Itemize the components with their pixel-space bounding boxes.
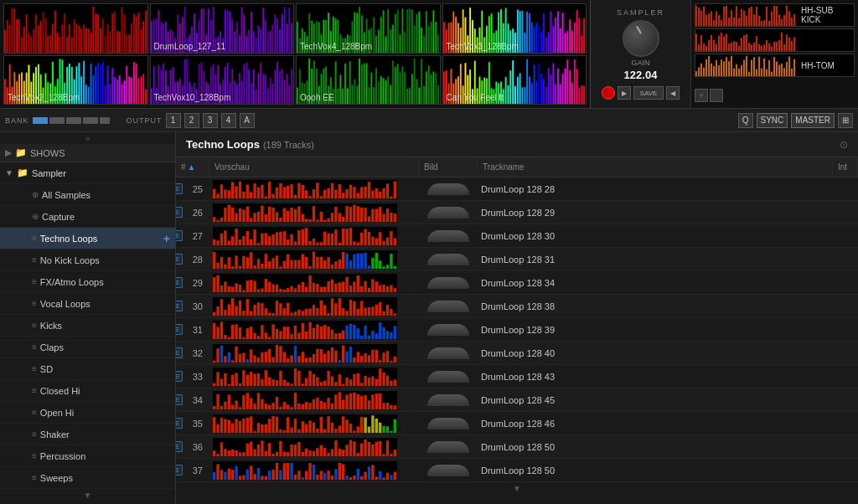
table-row[interactable]: →CUE31DrumLoop 128 39 — [176, 318, 858, 342]
sidebar-item-sweeps[interactable]: ≡ Sweeps — [0, 467, 175, 489]
sidebar-item-shaker[interactable]: ≡ Shaker — [0, 424, 175, 445]
output-btn-2[interactable]: 2 — [184, 113, 199, 128]
track-label-5: TechVox2_128Bpm — [8, 93, 80, 102]
table-row[interactable]: →CUE30DrumLoop 128 38 — [176, 295, 858, 318]
waveform-cell-4[interactable]: TechVox3_128Bpm — [442, 3, 587, 54]
sync-button[interactable]: SYNC — [757, 113, 788, 128]
table-row[interactable]: →CUE25DrumLoop 128 28 — [176, 177, 858, 201]
sidebar-item-techno-loops[interactable]: ≡ Techno Loops + — [0, 228, 175, 249]
th-trackname[interactable]: Trackname — [478, 157, 833, 177]
bank-dot-4[interactable] — [83, 117, 98, 124]
th-num[interactable]: # ▲ — [176, 157, 209, 177]
sort-icon[interactable]: ⊙ — [840, 139, 848, 151]
content-scroll-down[interactable]: ▼ — [176, 482, 858, 494]
right-track-3[interactable]: HH-TOM — [695, 54, 855, 77]
track-number: 37 — [186, 465, 203, 476]
table-row[interactable]: →CUE26DrumLoop 128 29 — [176, 201, 858, 224]
sidebar-header-shows[interactable]: ▶ 📁 SHOWS — [0, 144, 175, 162]
sidebar-item-percussion[interactable]: ≡ Percussion — [0, 445, 175, 467]
cue-button[interactable]: CUE — [176, 207, 183, 218]
cue-button[interactable]: CUE — [176, 277, 183, 288]
track-number: 35 — [186, 419, 203, 429]
no-kick-loops-icon: ≡ — [32, 255, 37, 265]
th-bild[interactable]: Bild — [419, 157, 478, 177]
waveform-cell-3[interactable]: TechVox4_128Bpm — [296, 3, 441, 54]
table-row[interactable]: →CUE27DrumLoop 128 30 — [176, 224, 858, 248]
td-int — [833, 318, 858, 341]
sidebar-sampler-root[interactable]: ▼ 📁 Sampler — [0, 162, 175, 184]
sidebar-scroll-up[interactable]: » — [0, 132, 175, 144]
output-btn-a[interactable]: A — [240, 113, 255, 128]
table-row[interactable]: →CUE32DrumLoop 128 40 — [176, 342, 858, 365]
sidebar-item-kicks[interactable]: ≡ Kicks — [0, 315, 175, 337]
cue-button[interactable]: CUE — [176, 301, 183, 311]
th-preview[interactable]: Vorschau — [209, 157, 419, 177]
table-row[interactable]: →CUE33DrumLoop 128 43 — [176, 365, 858, 388]
sidebar-item-open-hi[interactable]: ≡ Open Hi — [0, 402, 175, 424]
bank-dot-1[interactable] — [33, 117, 48, 124]
cue-button[interactable]: CUE — [176, 230, 183, 241]
td-trackname: DrumLoop 128 39 — [478, 318, 833, 341]
td-num: →CUE34 — [176, 388, 209, 411]
sidebar-item-sd[interactable]: ≡ SD — [0, 358, 175, 380]
cue-button[interactable]: CUE — [176, 254, 183, 265]
waveform-cell-6[interactable]: TechVox10_128Bpm — [150, 55, 295, 105]
bank-dot-2[interactable] — [49, 117, 65, 124]
sidebar-item-no-kick-loops[interactable]: ≡ No Kick Loops — [0, 249, 175, 271]
ctrl-btn-1[interactable]: ▼ — [695, 89, 708, 102]
cue-button[interactable]: CUE — [176, 347, 183, 358]
record-btn[interactable] — [602, 86, 615, 100]
waveform-cell-7[interactable]: Oooh EE — [296, 55, 441, 105]
cue-button[interactable]: CUE — [176, 183, 183, 194]
table-row[interactable]: →CUE35DrumLoop 128 46 — [176, 412, 858, 435]
waveform-cell-1[interactable] — [3, 3, 148, 54]
bank-dot-5[interactable] — [100, 117, 110, 124]
cue-button[interactable]: CUE — [176, 465, 183, 476]
shows-expand-icon[interactable]: ▶ — [5, 147, 12, 158]
waveform-cell-5[interactable]: TechVox2_128Bpm — [3, 55, 148, 105]
expand-btn[interactable]: ◀ — [666, 86, 680, 100]
output-btn-4[interactable]: 4 — [221, 113, 236, 128]
sidebar-item-closed-hi[interactable]: ≡ Closed Hi — [0, 380, 175, 402]
table-row[interactable]: →CUE28DrumLoop 128 31 — [176, 248, 858, 271]
track-label-6: TechVox10_128Bpm — [154, 93, 231, 102]
sidebar-item-vocal-loops[interactable]: ≡ Vocal Loops — [0, 293, 175, 315]
cue-button[interactable]: CUE — [176, 441, 183, 452]
td-bild — [419, 435, 478, 458]
sidebar-item-fx-atmo-loops[interactable]: ≡ FX/Atmo Loops — [0, 271, 175, 293]
gain-knob[interactable] — [623, 20, 659, 57]
waveform-cell-8[interactable]: Can You Feel It — [442, 55, 587, 105]
q-button[interactable]: Q — [738, 113, 753, 128]
play-btn[interactable]: ▶ — [618, 86, 631, 100]
table-row[interactable]: →CUE37DrumLoop 128 50 — [176, 459, 858, 482]
td-bild — [419, 177, 478, 200]
ctrl-btn-2[interactable] — [710, 89, 723, 102]
add-techno-loops-btn[interactable]: + — [163, 232, 170, 245]
sidebar-item-all-samples[interactable]: ⊕ All Samples — [0, 184, 175, 206]
cue-button[interactable]: CUE — [176, 371, 183, 382]
right-track-1[interactable]: HH-SUB KICK — [695, 3, 855, 27]
right-track-2[interactable] — [695, 28, 855, 52]
output-btn-3[interactable]: 3 — [203, 113, 218, 128]
master-button[interactable]: MASTER — [791, 113, 835, 128]
output-btn-1[interactable]: 1 — [166, 113, 181, 128]
grid-button[interactable]: ⊞ — [838, 113, 853, 128]
sd-icon: ≡ — [32, 364, 37, 373]
th-int[interactable]: Int — [833, 157, 858, 177]
table-row[interactable]: →CUE36DrumLoop 128 50 — [176, 435, 858, 459]
sidebar-item-capture[interactable]: ⊕ Capture — [0, 206, 175, 228]
cue-button[interactable]: CUE — [176, 418, 183, 429]
table-row[interactable]: →CUE34DrumLoop 128 45 — [176, 388, 858, 412]
cue-button[interactable]: CUE — [176, 324, 183, 335]
th-int-label: Int — [838, 162, 847, 172]
track-label-8: Can You Feel It — [447, 93, 504, 102]
cue-button[interactable]: CUE — [176, 394, 183, 405]
sidebar-item-claps[interactable]: ≡ Claps — [0, 337, 175, 358]
track-label-3: TechVox4_128Bpm — [300, 42, 372, 51]
sidebar-scroll-down[interactable]: ▼ — [0, 489, 175, 501]
save-btn[interactable]: SAVE — [633, 86, 664, 100]
td-trackname: DrumLoop 128 28 — [478, 177, 833, 200]
bank-dot-3[interactable] — [66, 117, 81, 124]
waveform-cell-2[interactable]: DrumLoop_127_11 — [150, 3, 295, 54]
table-row[interactable]: →CUE29DrumLoop 128 34 — [176, 271, 858, 295]
